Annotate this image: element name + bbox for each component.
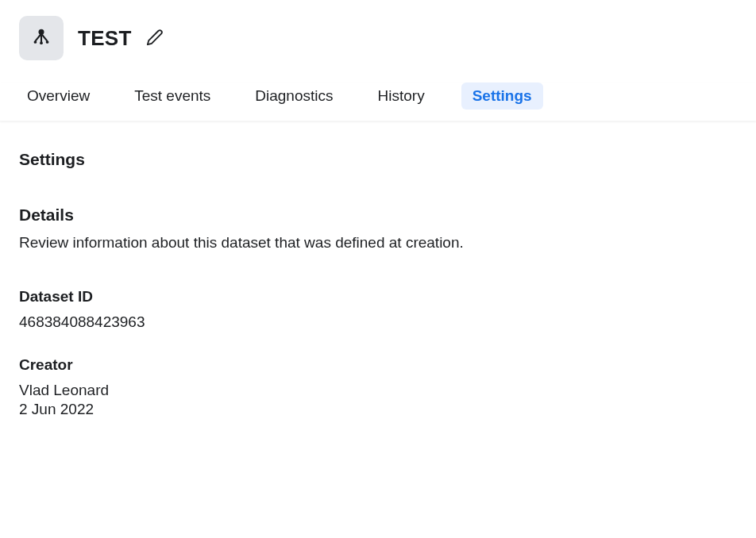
- creator-field: Creator Vlad Leonard 2 Jun 2022: [19, 356, 737, 418]
- dataset-id-label: Dataset ID: [19, 288, 737, 306]
- title-row: TEST: [19, 16, 737, 60]
- tab-history[interactable]: History: [370, 83, 433, 110]
- page-title: TEST: [78, 26, 132, 51]
- creator-date: 2 Jun 2022: [19, 401, 737, 418]
- content-area: Settings Details Review information abou…: [0, 121, 756, 418]
- dataset-id-field: Dataset ID 468384088423963: [19, 288, 737, 331]
- pencil-icon: [146, 29, 164, 48]
- tab-bar: Overview Test events Diagnostics History…: [0, 83, 756, 121]
- edit-title-button[interactable]: [143, 25, 167, 52]
- svg-line-6: [41, 34, 48, 41]
- tab-test-events[interactable]: Test events: [126, 83, 218, 110]
- creator-label: Creator: [19, 356, 737, 374]
- tab-settings[interactable]: Settings: [461, 83, 543, 110]
- details-description: Review information about this dataset th…: [19, 234, 737, 252]
- settings-heading: Settings: [19, 150, 737, 169]
- dataset-icon: [30, 25, 52, 51]
- tab-diagnostics[interactable]: Diagnostics: [247, 83, 341, 110]
- details-heading: Details: [19, 206, 737, 225]
- dataset-id-value: 468384088423963: [19, 313, 737, 331]
- creator-name: Vlad Leonard: [19, 382, 737, 399]
- page-header: TEST: [0, 0, 756, 60]
- svg-line-4: [35, 34, 41, 41]
- tab-overview[interactable]: Overview: [19, 83, 98, 110]
- dataset-icon-box: [19, 16, 64, 60]
